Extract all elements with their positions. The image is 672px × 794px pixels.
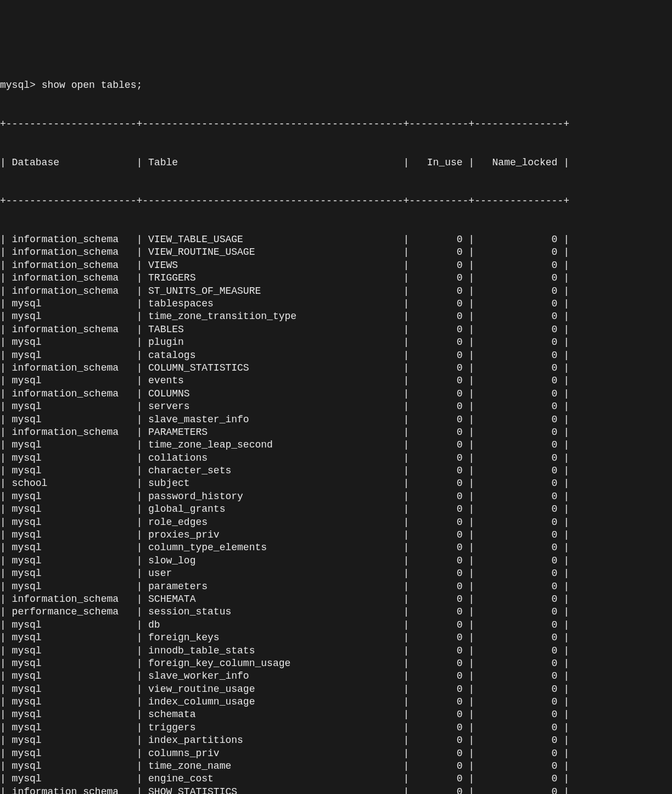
- table-row: | mysql | foreign_key_column_usage | 0 |…: [0, 657, 672, 670]
- table-header: | Database | Table | In_use | Name_locke…: [0, 156, 672, 169]
- table-row: | mysql | slow_log | 0 | 0 |: [0, 555, 672, 567]
- table-body: | information_schema | VIEW_TABLE_USAGE …: [0, 233, 672, 794]
- terminal-output: mysql> show open tables; +--------------…: [0, 54, 672, 794]
- table-row: | information_schema | VIEWS | 0 | 0 |: [0, 259, 672, 272]
- table-row: | mysql | slave_master_info | 0 | 0 |: [0, 413, 672, 426]
- table-row: | information_schema | SCHEMATA | 0 | 0 …: [0, 593, 672, 606]
- table-row: | information_schema | COLUMNS | 0 | 0 |: [0, 388, 672, 400]
- table-row: | information_schema | VIEW_ROUTINE_USAG…: [0, 246, 672, 259]
- table-row: | mysql | global_grants | 0 | 0 |: [0, 503, 672, 516]
- table-border-sep: +----------------------+----------------…: [0, 195, 672, 208]
- table-row: | mysql | proxies_priv | 0 | 0 |: [0, 529, 672, 541]
- table-row: | mysql | index_column_usage | 0 | 0 |: [0, 696, 672, 708]
- table-row: | mysql | slave_worker_info | 0 | 0 |: [0, 670, 672, 683]
- table-row: | mysql | time_zone_transition_type | 0 …: [0, 310, 672, 323]
- table-row: | information_schema | VIEW_TABLE_USAGE …: [0, 233, 672, 246]
- table-row: | information_schema | PARAMETERS | 0 | …: [0, 426, 672, 439]
- table-row: | information_schema | TABLES | 0 | 0 |: [0, 323, 672, 336]
- table-row: | mysql | foreign_keys | 0 | 0 |: [0, 631, 672, 644]
- table-row: | mysql | parameters | 0 | 0 |: [0, 580, 672, 593]
- table-row: | mysql | view_routine_usage | 0 | 0 |: [0, 683, 672, 696]
- table-row: | mysql | time_zone_leap_second | 0 | 0 …: [0, 439, 672, 451]
- table-row: | mysql | columns_priv | 0 | 0 |: [0, 747, 672, 760]
- table-row: | mysql | db | 0 | 0 |: [0, 619, 672, 631]
- table-row: | school | subject | 0 | 0 |: [0, 477, 672, 490]
- table-row: | mysql | events | 0 | 0 |: [0, 374, 672, 387]
- table-row: | information_schema | ST_UNITS_OF_MEASU…: [0, 285, 672, 298]
- table-row: | performance_schema | session_status | …: [0, 606, 672, 618]
- table-row: | mysql | innodb_table_stats | 0 | 0 |: [0, 645, 672, 657]
- table-border-top: +----------------------+----------------…: [0, 118, 672, 131]
- table-row: | mysql | catalogs | 0 | 0 |: [0, 349, 672, 362]
- sql-command: show open tables;: [42, 80, 143, 91]
- table-row: | mysql | column_type_elements | 0 | 0 |: [0, 541, 672, 554]
- table-row: | information_schema | TRIGGERS | 0 | 0 …: [0, 272, 672, 284]
- prompt-line[interactable]: mysql> show open tables;: [0, 79, 672, 92]
- table-row: | mysql | time_zone_name | 0 | 0 |: [0, 760, 672, 773]
- table-row: | mysql | role_edges | 0 | 0 |: [0, 516, 672, 529]
- table-row: | information_schema | SHOW_STATISTICS |…: [0, 786, 672, 794]
- table-row: | mysql | collations | 0 | 0 |: [0, 452, 672, 465]
- table-row: | mysql | tablespaces | 0 | 0 |: [0, 298, 672, 310]
- table-row: | mysql | user | 0 | 0 |: [0, 567, 672, 580]
- table-row: | information_schema | COLUMN_STATISTICS…: [0, 362, 672, 374]
- table-row: | mysql | triggers | 0 | 0 |: [0, 722, 672, 734]
- table-row: | mysql | schemata | 0 | 0 |: [0, 708, 672, 721]
- table-row: | mysql | servers | 0 | 0 |: [0, 400, 672, 413]
- mysql-prompt: mysql>: [0, 80, 42, 91]
- table-row: | mysql | plugin | 0 | 0 |: [0, 336, 672, 349]
- table-row: | mysql | character_sets | 0 | 0 |: [0, 465, 672, 477]
- table-row: | mysql | index_partitions | 0 | 0 |: [0, 734, 672, 747]
- table-row: | mysql | engine_cost | 0 | 0 |: [0, 773, 672, 785]
- table-row: | mysql | password_history | 0 | 0 |: [0, 490, 672, 503]
